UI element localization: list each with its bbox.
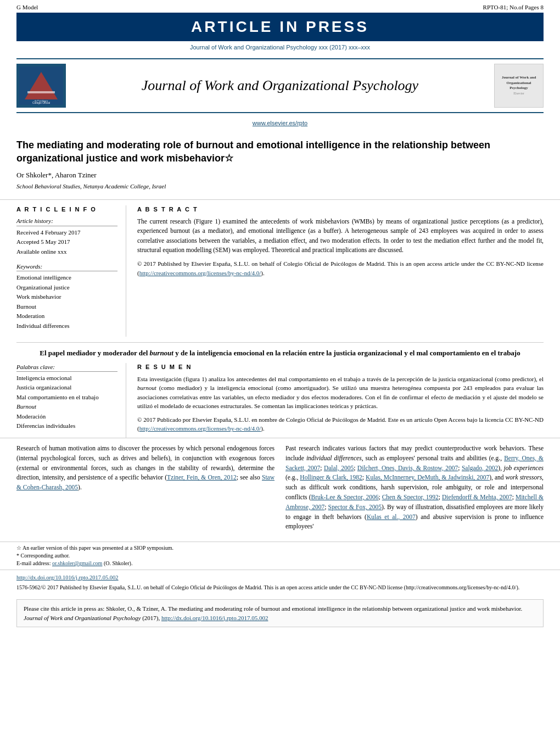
keyword-2: Organizational justice bbox=[16, 283, 117, 292]
email-note: E-mail address: or.shkoler@gmail.com (O.… bbox=[16, 560, 544, 567]
keyword-3: Work misbehavior bbox=[16, 292, 117, 302]
rpto-label: RPTO-81; No.of Pages 8 bbox=[483, 3, 544, 12]
right-col-abstract: A B S T R A C T The current research (Fi… bbox=[137, 205, 544, 337]
star-footnote: ☆ An earlier version of this paper was p… bbox=[16, 544, 544, 552]
svg-text:de Psicólogos: de Psicólogos bbox=[35, 99, 48, 102]
article-title-section: The mediating and moderating role of bur… bbox=[0, 131, 560, 199]
article-info-abstract: A R T I C L E I N F O Article history: R… bbox=[0, 200, 560, 343]
palabra-3: Mal comportamiento en el trabajo bbox=[16, 393, 117, 402]
footnotes-section: ☆ An earlier version of this paper was p… bbox=[0, 542, 560, 570]
journal-header: Colegio Oficial de Psicólogos Journal of… bbox=[16, 58, 544, 113]
body-right: Past research indicates various factors … bbox=[285, 444, 544, 536]
authors: Or Shkoler*, Aharon Tziner bbox=[16, 170, 544, 180]
keyword-4: Burnout bbox=[16, 302, 117, 311]
abstract-heading: A B S T R A C T bbox=[137, 205, 544, 214]
received-date: Received 4 February 2017 bbox=[16, 228, 117, 237]
palabra-5: Moderación bbox=[16, 412, 117, 421]
doi-link[interactable]: http://dx.doi.org/10.1016/j.rpto.2017.05… bbox=[16, 573, 544, 582]
abstract-license-link[interactable]: http://creativecommons.org/licenses/by-n… bbox=[139, 270, 261, 276]
palabras-clave-label: Palabras clave: bbox=[16, 363, 117, 372]
model-label: G Model bbox=[16, 3, 38, 12]
spanish-title: El papel mediador y moderador del burnou… bbox=[16, 348, 544, 358]
palabra-4: Burnout bbox=[16, 402, 117, 411]
ref-salgado[interactable]: Salgado, 2002 bbox=[462, 465, 498, 471]
history-label: Article history: bbox=[16, 217, 117, 226]
ref-dilchert[interactable]: Dilchert, Ones, Davis, & Rostow, 2007 bbox=[357, 465, 458, 471]
svg-rect-2 bbox=[27, 91, 55, 93]
body-right-para: Past research indicates various factors … bbox=[285, 444, 544, 532]
keyword-6: Individual differences bbox=[16, 321, 117, 331]
corresponding-note: * Corresponding author. bbox=[16, 552, 544, 560]
palabras-clave-section: Palabras clave: Inteligencia emocional J… bbox=[16, 363, 117, 431]
keyword-5: Moderation bbox=[16, 311, 117, 321]
citation-text: Please cite this article in press as: Sh… bbox=[24, 605, 522, 621]
body-section: Research of human motivation aims to dis… bbox=[0, 438, 560, 542]
keywords-label: Keywords: bbox=[16, 263, 117, 271]
history-content: Received 4 February 2017 Accepted 5 May … bbox=[16, 228, 117, 256]
accepted-date: Accepted 5 May 2017 bbox=[16, 237, 117, 247]
citation-box: Please cite this article in press as: Sh… bbox=[16, 599, 544, 627]
spanish-license-link[interactable]: http://creativecommons.org/licenses/by-n… bbox=[139, 425, 261, 432]
ref-hollinger[interactable]: Hollinger & Clark, 1982 bbox=[300, 474, 362, 481]
resumen-heading: R E S U M E N bbox=[137, 363, 544, 371]
ref-kulas[interactable]: Kulas, McInnerney, DeMuth, & Jadwinski, … bbox=[366, 474, 489, 481]
spanish-two-col: Palabras clave: Inteligencia emocional J… bbox=[0, 363, 560, 438]
ref-spector[interactable]: Spector & Fox, 2005 bbox=[328, 504, 382, 510]
palabras-clave-list: Inteligencia emocional Justicia organiza… bbox=[16, 373, 117, 431]
spanish-title-section: El papel mediador y moderador del burnou… bbox=[0, 343, 560, 358]
footer-section: http://dx.doi.org/10.1016/j.rpto.2017.05… bbox=[0, 570, 560, 595]
ref-tziner[interactable]: Tziner, Fein, & Oren, 2012 bbox=[167, 474, 237, 481]
journal-title-bar: Journal of Work and Organizational Psych… bbox=[0, 41, 560, 54]
article-history-section: Article history: Received 4 February 201… bbox=[16, 217, 117, 256]
abstract-copyright: © 2017 Published by Elsevier España, S.L… bbox=[137, 259, 544, 277]
ref-diefendorff[interactable]: Diefendorff & Mehta, 2007 bbox=[442, 494, 512, 500]
left-col: A R T I C L E I N F O Article history: R… bbox=[16, 205, 126, 337]
available-online: Available online xxx bbox=[16, 247, 117, 256]
keywords-section: Keywords: Emotional intelligence Organiz… bbox=[16, 263, 117, 330]
abstract-text: The current research (Figure 1) examined… bbox=[137, 217, 544, 255]
resumen-col: R E S U M E N Esta investigación (figura… bbox=[137, 363, 544, 438]
top-bar: G Model RPTO-81; No.of Pages 8 bbox=[0, 0, 560, 13]
body-left-para: Research of human motivation aims to dis… bbox=[16, 444, 275, 493]
ref-dalal[interactable]: Dalal, 2005 bbox=[324, 465, 354, 471]
email-link[interactable]: or.shkoler@gmail.com bbox=[52, 560, 102, 566]
page: G Model RPTO-81; No.of Pages 8 ARTICLE I… bbox=[0, 0, 560, 742]
citation-doi[interactable]: http://dx.doi.org/10.1016/j.rpto.2017.05… bbox=[161, 615, 268, 621]
journal-name: Journal of Work and Organizational Psych… bbox=[66, 76, 494, 96]
body-left: Research of human motivation aims to dis… bbox=[16, 444, 275, 536]
palabra-2: Justicia organizacional bbox=[16, 383, 117, 392]
article-in-press-banner: ARTICLE IN PRESS bbox=[16, 13, 544, 41]
article-title: The mediating and moderating role of bur… bbox=[16, 139, 544, 165]
keyword-1: Emotional intelligence bbox=[16, 273, 117, 282]
resumen-text: Esta investigación (figura 1) analiza lo… bbox=[137, 375, 544, 411]
spanish-copyright: © 2017 Publicado por Elsevier España, S.… bbox=[137, 415, 544, 433]
ref-chen[interactable]: Chen & Spector, 1992 bbox=[382, 494, 439, 500]
keywords-list: Emotional intelligence Organizational ju… bbox=[16, 273, 117, 330]
affiliation: School Behavioral Studies, Netanya Acade… bbox=[16, 182, 544, 191]
elsevier-link[interactable]: www.elsevier.es/rpto bbox=[0, 118, 560, 131]
colegio-logo: Colegio Oficial de Psicólogos bbox=[19, 66, 63, 105]
ref-bruk[interactable]: Bruk-Lee & Spector, 2006 bbox=[311, 494, 379, 500]
ref-kulas2[interactable]: Kulas et al., 2007 bbox=[367, 514, 416, 520]
article-info-heading: A R T I C L E I N F O bbox=[16, 205, 117, 214]
palabras-clave-col: Palabras clave: Inteligencia emocional J… bbox=[16, 363, 126, 438]
logo-right: Journal of Work and Organizational Psych… bbox=[494, 64, 544, 108]
palabra-6: Diferencias individuales bbox=[16, 421, 117, 431]
footer-text: 1576-5962/© 2017 Published by Elsevier E… bbox=[16, 584, 544, 592]
logo-left: Colegio Oficial de Psicólogos bbox=[16, 64, 66, 108]
palabra-1: Inteligencia emocional bbox=[16, 373, 117, 383]
